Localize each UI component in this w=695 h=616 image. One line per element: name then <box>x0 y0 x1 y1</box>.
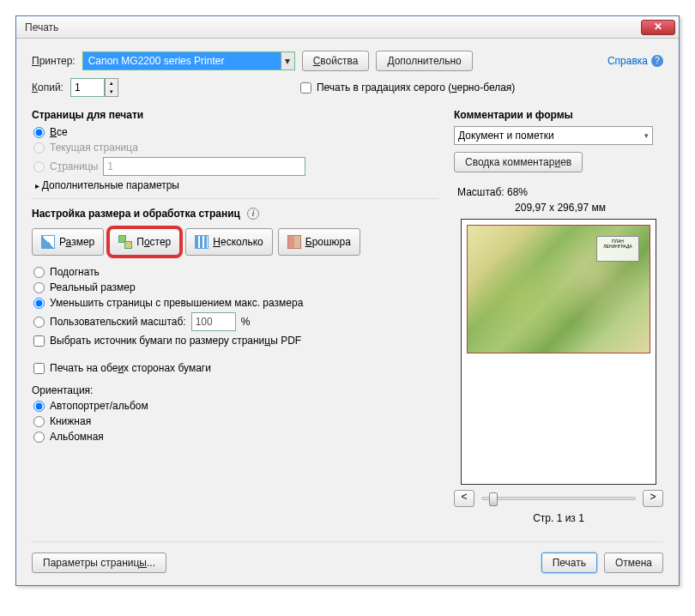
radio-orient-landscape[interactable]: Альбомная <box>33 431 438 443</box>
preview-next-button[interactable]: > <box>643 490 663 507</box>
paper-source-check[interactable]: Выбрать источник бумаги по размеру стран… <box>33 335 438 347</box>
radio-shrink[interactable]: Уменьшить страницы с превышением макс. р… <box>33 297 438 309</box>
radio-pages: Страницы <box>33 157 438 176</box>
radio-pages-label: Страницы <box>50 160 98 172</box>
print-button[interactable]: Печать <box>541 553 597 573</box>
cancel-button[interactable]: Отмена <box>604 553 663 573</box>
custom-scale-input <box>191 312 236 331</box>
help-label: Справка <box>607 55 648 67</box>
printer-label: Принтер: <box>32 55 76 67</box>
dropdown-arrow-icon: ▾ <box>644 131 649 140</box>
comments-value: Документ и пометки <box>458 130 554 142</box>
copies-label: Копий: <box>32 82 63 94</box>
slider-thumb[interactable] <box>489 492 498 506</box>
mode-multi-button[interactable]: Несколько <box>185 228 272 256</box>
grayscale-check[interactable]: Печать в градациях серого (черно-белая) <box>300 82 515 94</box>
spinner-down-icon[interactable]: ▾ <box>106 88 118 96</box>
size-icon <box>41 235 55 249</box>
duplex-label: Печать на обеих сторонах бумаги <box>50 362 211 374</box>
print-dialog: Печать ✕ Принтер: Canon MG2200 series Pr… <box>15 15 680 586</box>
pages-input <box>103 157 305 176</box>
brochure-icon <box>287 235 301 249</box>
dropdown-arrow-icon: ▾ <box>281 52 294 69</box>
preview-dims: 209,97 x 296,97 мм <box>457 202 663 214</box>
help-link[interactable]: Справка ? <box>607 55 663 67</box>
help-icon: ? <box>651 55 663 67</box>
radio-actual[interactable]: Реальный размер <box>33 281 438 293</box>
paper-source-label: Выбрать источник бумаги по размеру стран… <box>50 335 301 347</box>
mode-poster-button[interactable]: Постер <box>109 228 180 256</box>
mode-size-button[interactable]: Размер <box>32 228 104 256</box>
comments-title: Комментарии и формы <box>454 109 663 121</box>
radio-current-label: Текущая страница <box>50 142 138 154</box>
radio-orient-auto[interactable]: Автопортрет/альбом <box>33 400 438 412</box>
printer-select[interactable]: Canon MG2200 series Printer ▾ <box>82 51 295 70</box>
poster-icon <box>118 235 132 249</box>
page-info: Стр. 1 из 1 <box>454 512 663 524</box>
comments-summary-button[interactable]: Сводка комментариев <box>454 152 583 172</box>
mode-size-label: Размер <box>59 236 94 248</box>
preview-box: ПЛАН ЛЕНИНГРАДА <box>461 219 656 485</box>
grayscale-checkbox[interactable] <box>300 82 311 94</box>
duplex-check[interactable]: Печать на обеих сторонах бумаги <box>33 362 438 374</box>
radio-all-label: Все <box>50 126 68 138</box>
mode-brochure-button[interactable]: Брошюра <box>278 228 360 256</box>
printer-value: Canon MG2200 series Printer <box>88 55 225 67</box>
orientation-label: Ориентация: <box>32 384 438 396</box>
comments-select[interactable]: Документ и пометки ▾ <box>454 126 653 145</box>
copies-spinner[interactable]: ▴ ▾ <box>70 78 118 97</box>
preview-slider[interactable] <box>481 497 636 500</box>
radio-fit[interactable]: Подогнать <box>33 266 438 278</box>
grayscale-label: Печать в градациях серого (черно-белая) <box>317 82 515 94</box>
close-button[interactable]: ✕ <box>641 20 675 35</box>
multi-icon <box>195 235 208 249</box>
preview-map-title: ПЛАН ЛЕНИНГРАДА <box>596 236 639 262</box>
radio-current: Текущая страница <box>33 142 438 154</box>
copies-input[interactable] <box>70 78 105 97</box>
preview-prev-button[interactable]: < <box>454 490 474 507</box>
spinner-up-icon[interactable]: ▴ <box>106 79 118 88</box>
preview-scale: Масштаб: 68% <box>457 186 663 198</box>
radio-orient-portrait[interactable]: Книжная <box>33 415 438 427</box>
mode-brochure-label: Брошюра <box>305 236 351 248</box>
radio-all[interactable]: Все <box>33 126 438 138</box>
titlebar: Печать ✕ <box>16 16 679 39</box>
preview-map-image: ПЛАН ЛЕНИНГРАДА <box>467 225 650 353</box>
radio-custom[interactable]: Пользовательский масштаб: % <box>33 312 438 331</box>
properties-button[interactable]: Свойства <box>302 51 370 71</box>
page-setup-button[interactable]: Параметры страницы... <box>32 553 166 573</box>
pages-section-title: Страницы для печати <box>32 109 438 121</box>
size-section-title: Настройка размера и обработка страниц <box>32 208 240 220</box>
window-title: Печать <box>25 21 641 33</box>
info-icon[interactable]: i <box>247 208 259 220</box>
mode-poster-label: Постер <box>136 236 171 248</box>
more-options-expand[interactable]: Дополнительные параметры <box>35 179 438 191</box>
mode-multi-label: Несколько <box>213 236 263 248</box>
advanced-button[interactable]: Дополнительно <box>376 51 472 71</box>
